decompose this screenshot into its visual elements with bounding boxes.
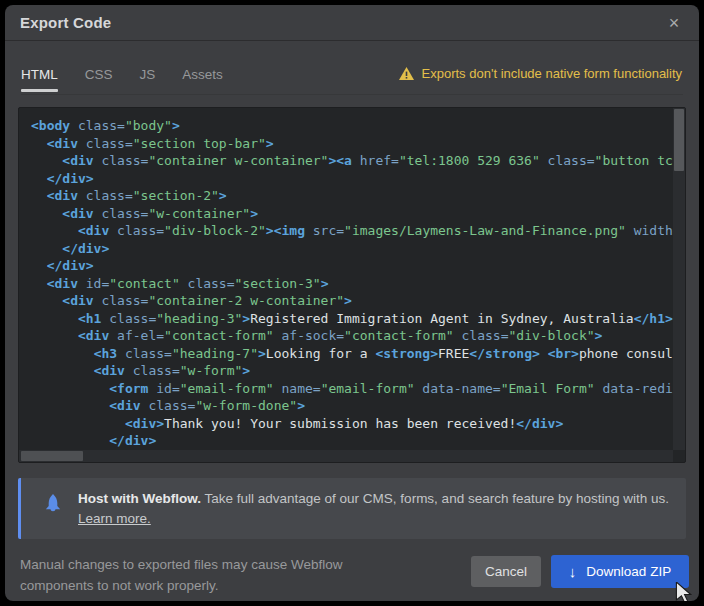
code-line: <div id="contact" class="section-3">	[31, 275, 673, 293]
code-line: <div>Thank you! Your submission has been…	[31, 415, 673, 433]
hosting-banner: Host with Webflow. Take full advantage o…	[18, 478, 686, 539]
banner-text: Host with Webflow. Take full advantage o…	[78, 489, 670, 509]
tab-js[interactable]: JS	[140, 67, 156, 82]
tabs-divider	[21, 94, 683, 95]
dialog-header: Export Code ×	[5, 5, 699, 41]
warning-icon	[399, 67, 414, 80]
code-line: <div class="w-form">	[31, 362, 673, 380]
webflow-rocket-icon	[42, 493, 64, 519]
banner-text-bold: Host with Webflow.	[78, 491, 201, 506]
download-zip-button[interactable]: ↓ Download ZIP	[551, 555, 689, 588]
tab-html[interactable]: HTML	[21, 67, 58, 82]
export-dialog: Export Code × HTML CSS JS Assets Exports…	[5, 5, 699, 601]
download-label: Download ZIP	[586, 564, 671, 579]
code-line: <form id="email-form" name="email-form" …	[31, 380, 673, 398]
code-content: <body class="body"> <div class="section …	[19, 108, 673, 450]
code-line: <h3 class="heading-7">Looking for a <str…	[31, 345, 673, 363]
code-line: <h1 class="heading-3">Registered Immigra…	[31, 310, 673, 328]
code-line: <div class="w-form-done">	[31, 397, 673, 415]
tabs-row: HTML CSS JS Assets	[21, 63, 223, 85]
learn-more-link[interactable]: Learn more.	[78, 511, 151, 526]
v-scrollbar-thumb[interactable]	[674, 109, 684, 171]
code-line: <div class="section-2">	[31, 187, 673, 205]
footer-note: Manual changes to exported files may cau…	[20, 554, 342, 596]
h-scrollbar-track[interactable]	[19, 450, 673, 462]
code-line: </div>	[31, 257, 673, 275]
close-button[interactable]: ×	[662, 11, 686, 35]
code-line: <div class="section top-bar">	[31, 135, 673, 153]
code-line: </div>	[31, 432, 673, 450]
dialog-title: Export Code	[20, 14, 111, 31]
footer-note-line2: components to not work properly.	[20, 575, 342, 596]
tab-css[interactable]: CSS	[85, 67, 113, 82]
code-line: </div>	[31, 240, 673, 258]
code-line: <div af-el="contact-form" af-sock="conta…	[31, 327, 673, 345]
h-scrollbar-thumb[interactable]	[21, 451, 83, 461]
code-line: <body class="body">	[31, 117, 673, 135]
footer-note-line1: Manual changes to exported files may cau…	[20, 554, 342, 575]
code-viewer[interactable]: <body class="body"> <div class="section …	[18, 107, 686, 463]
close-icon: ×	[669, 13, 680, 34]
code-line: <div class="w-container">	[31, 205, 673, 223]
code-line: </div>	[31, 170, 673, 188]
v-scrollbar-track[interactable]	[673, 108, 685, 450]
warning-text: Exports don't include native form functi…	[422, 66, 682, 81]
banner-text-rest: Take full advantage of our CMS, forms, a…	[205, 491, 670, 506]
download-icon: ↓	[569, 564, 577, 579]
cancel-button[interactable]: Cancel	[471, 556, 541, 587]
form-warning: Exports don't include native form functi…	[399, 66, 682, 81]
code-line: <div class="div-block-2"><img src="image…	[31, 222, 673, 240]
code-line: <div class="container-2 w-container">	[31, 292, 673, 310]
code-line: <div class="container w-container"><a hr…	[31, 152, 673, 170]
tab-assets[interactable]: Assets	[182, 67, 223, 82]
